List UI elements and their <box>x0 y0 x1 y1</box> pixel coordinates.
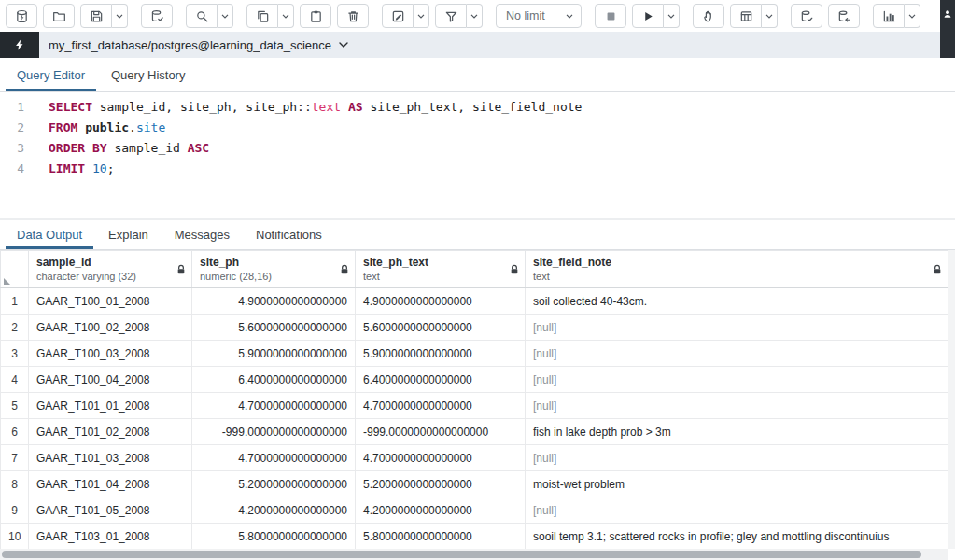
cell-site_field_note[interactable]: sooil temp 3.1; scattered rocks in profi… <box>526 524 948 550</box>
column-header-site_ph[interactable]: site_phnumeric (28,16) <box>192 251 356 288</box>
cell-site_ph_text[interactable]: 4.7000000000000000 <box>356 445 526 471</box>
scrollbar-thumb[interactable] <box>2 551 921 558</box>
cell-site_ph[interactable]: 4.9000000000000000 <box>192 288 356 315</box>
cell-sample_id[interactable]: GAAR_T100_02_2008 <box>29 315 192 341</box>
column-header-sample_id[interactable]: sample_idcharacter varying (32) <box>29 251 192 288</box>
delete-button[interactable] <box>337 4 369 28</box>
cell-site_field_note[interactable]: [null] <box>526 497 948 524</box>
tab-query-history[interactable]: Query History <box>98 58 198 91</box>
cell-site_field_note[interactable]: moist-wet problem <box>526 471 948 497</box>
query-tool-button[interactable] <box>6 4 37 28</box>
sql-line[interactable]: LIMIT 10; <box>49 161 582 182</box>
trash-icon[interactable] <box>337 4 369 28</box>
paste-icon[interactable] <box>300 4 331 28</box>
save-file-button[interactable] <box>80 4 128 28</box>
floppy-disk-icon[interactable] <box>80 4 112 28</box>
paste-button[interactable] <box>300 4 331 28</box>
cell-site_ph[interactable]: 4.2000000000000000 <box>192 497 356 524</box>
cell-site_ph[interactable]: 4.7000000000000000 <box>192 393 356 419</box>
cell-site_field_note[interactable]: soil collected 40-43cm. <box>526 288 948 315</box>
execute-button-dropdown[interactable] <box>664 4 680 28</box>
hand-icon[interactable] <box>693 4 724 28</box>
cell-site_ph[interactable]: 5.2000000000000000 <box>192 471 356 497</box>
hand-button[interactable] <box>693 4 724 28</box>
cell-site_field_note[interactable]: [null] <box>526 367 948 393</box>
database-rollback-icon[interactable] <box>828 4 860 28</box>
macros-button-dropdown[interactable] <box>905 4 920 28</box>
tab-data-output[interactable]: Data Output <box>4 220 95 249</box>
cell-site_ph_text[interactable]: -999.0000000000000000 <box>356 419 526 445</box>
cell-sample_id[interactable]: GAAR_T103_01_2008 <box>29 524 192 550</box>
cell-sample_id[interactable]: GAAR_T101_04_2008 <box>29 471 192 497</box>
cell-site_ph_text[interactable]: 5.9000000000000000 <box>356 341 526 367</box>
filter-button-dropdown[interactable] <box>467 4 483 28</box>
cell-sample_id[interactable]: GAAR_T100_01_2008 <box>29 288 192 315</box>
limit-select[interactable]: No limit <box>496 4 582 28</box>
folder-open-icon[interactable] <box>43 4 75 28</box>
copy-icon[interactable] <box>246 4 278 28</box>
cell-sample_id[interactable]: GAAR_T101_03_2008 <box>29 445 192 471</box>
database-save-icon[interactable] <box>141 4 173 28</box>
cell-site_ph_text[interactable]: 5.6000000000000000 <box>356 315 526 341</box>
cell-site_field_note[interactable]: fish in lake depth prob > 3m <box>526 419 948 445</box>
cell-sample_id[interactable]: GAAR_T100_04_2008 <box>29 367 192 393</box>
cell-site_ph[interactable]: 4.7000000000000000 <box>192 445 356 471</box>
find-button-dropdown[interactable] <box>218 4 233 28</box>
cell-site_field_note[interactable]: [null] <box>526 341 948 367</box>
magnifier-icon[interactable] <box>186 4 218 28</box>
table-button[interactable] <box>730 4 778 28</box>
row-number[interactable]: 9 <box>1 497 29 524</box>
cell-sample_id[interactable]: GAAR_T101_05_2008 <box>29 497 192 524</box>
cell-site_ph[interactable]: 5.9000000000000000 <box>192 341 356 367</box>
column-header-site_ph_text[interactable]: site_ph_texttext <box>356 251 526 288</box>
pencil-square-icon[interactable] <box>382 4 414 28</box>
find-button[interactable] <box>186 4 233 28</box>
play-icon[interactable] <box>632 4 664 28</box>
chart-icon[interactable] <box>873 4 905 28</box>
stop-icon[interactable] <box>595 4 626 28</box>
copy-button-dropdown[interactable] <box>278 4 294 28</box>
tab-messages[interactable]: Messages <box>162 220 243 249</box>
macros-button[interactable] <box>873 4 920 28</box>
save-data-changes-button[interactable] <box>141 4 173 28</box>
row-number[interactable]: 4 <box>1 367 29 393</box>
sql-line[interactable]: ORDER BY sample_id ASC <box>49 141 582 161</box>
edit-button[interactable] <box>382 4 429 28</box>
cell-sample_id[interactable]: GAAR_T100_03_2008 <box>29 341 192 367</box>
row-number[interactable]: 3 <box>1 341 29 367</box>
row-number[interactable]: 8 <box>1 471 29 497</box>
tab-notifications[interactable]: Notifications <box>243 220 335 249</box>
rollback-button[interactable] <box>828 4 860 28</box>
cell-site_ph[interactable]: 5.6000000000000000 <box>192 315 356 341</box>
save-file-button-dropdown[interactable] <box>112 4 128 28</box>
cell-site_ph_text[interactable]: 6.4000000000000000 <box>356 367 526 393</box>
sql-line[interactable]: FROM public.site <box>49 120 582 141</box>
sql-line[interactable]: SELECT sample_id, site_ph, site_ph::text… <box>49 100 582 120</box>
edit-button-dropdown[interactable] <box>414 4 429 28</box>
database-lightning-icon[interactable] <box>6 4 37 28</box>
vertical-scrollbar[interactable] <box>948 250 955 549</box>
database-commit-icon[interactable] <box>791 4 822 28</box>
cell-sample_id[interactable]: GAAR_T101_01_2008 <box>29 393 192 419</box>
cell-site_ph[interactable]: -999.0000000000000000 <box>192 419 356 445</box>
cell-site_field_note[interactable]: [null] <box>526 445 948 471</box>
copy-button[interactable] <box>246 4 294 28</box>
cell-site_ph[interactable]: 5.8000000000000000 <box>192 524 356 550</box>
open-file-button[interactable] <box>43 4 75 28</box>
row-number[interactable]: 5 <box>1 393 29 419</box>
cell-site_field_note[interactable]: [null] <box>526 315 948 341</box>
connection-selector[interactable]: my_first_database/postgres@learning_data… <box>49 38 348 52</box>
commit-button[interactable] <box>791 4 822 28</box>
cancel-query-button[interactable] <box>595 4 626 28</box>
row-number[interactable]: 7 <box>1 445 29 471</box>
funnel-icon[interactable] <box>435 4 467 28</box>
column-header-site_field_note[interactable]: site_field_notetext <box>526 251 948 288</box>
row-number[interactable]: 10 <box>1 524 29 550</box>
sql-code[interactable]: SELECT sample_id, site_ph, site_ph::text… <box>35 92 582 218</box>
cell-site_field_note[interactable]: [null] <box>526 393 948 419</box>
row-number[interactable]: 6 <box>1 419 29 445</box>
tab-query-editor[interactable]: Query Editor <box>4 58 98 91</box>
execute-button[interactable] <box>632 4 680 28</box>
tab-explain[interactable]: Explain <box>95 220 162 249</box>
sql-editor[interactable]: 1234 SELECT sample_id, site_ph, site_ph:… <box>0 92 955 218</box>
